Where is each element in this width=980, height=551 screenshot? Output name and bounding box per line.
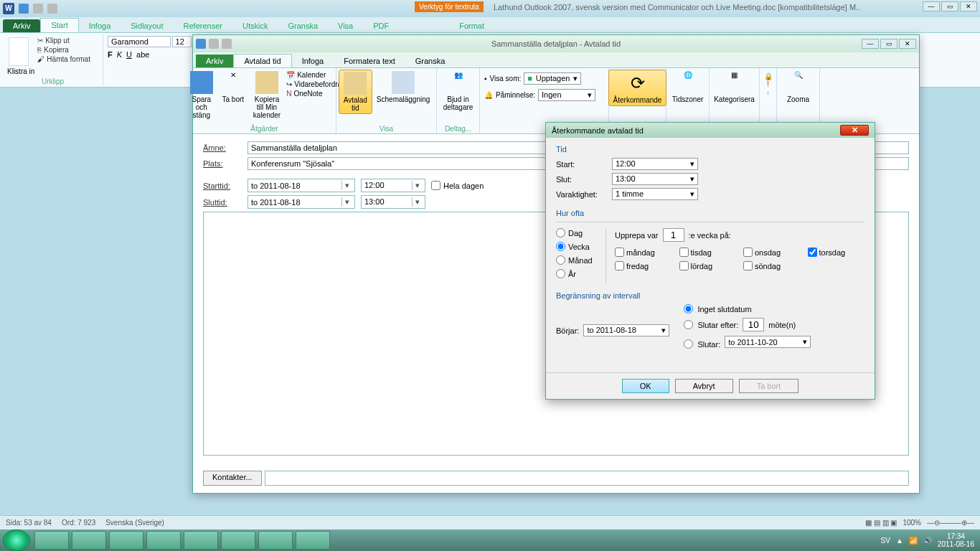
tab-referenser[interactable]: Referenser <box>174 19 232 32</box>
mediaplayer-taskbar-button[interactable] <box>72 531 106 550</box>
friday-checkbox[interactable] <box>615 261 624 270</box>
no-end-radio[interactable] <box>684 304 693 314</box>
italic-button[interactable]: K <box>117 50 122 59</box>
zoom-button[interactable]: 🔍Zooma <box>783 70 814 105</box>
recurrence-button[interactable]: ⟳Återkommande <box>608 70 667 106</box>
ol-undo-icon[interactable] <box>209 39 219 49</box>
delete-button[interactable]: ✕Ta bort <box>217 70 249 121</box>
onenote-taskbar-button[interactable] <box>221 531 255 550</box>
dialog-close-button[interactable]: ✕ <box>840 125 869 136</box>
ol-tab-avtalad[interactable]: Avtalad tid <box>233 54 291 67</box>
tab-sidlayout[interactable]: Sidlayout <box>121 19 173 32</box>
ol-minimize-button[interactable]: — <box>862 39 879 49</box>
chevron-down-icon[interactable]: ▾ <box>341 197 352 207</box>
save-close-button[interactable]: Spara och stäng <box>186 70 217 121</box>
underline-button[interactable]: U <box>126 50 132 59</box>
chevron-down-icon[interactable]: ▾ <box>341 181 352 190</box>
start-button[interactable] <box>3 529 30 551</box>
paste-icon[interactable] <box>9 37 29 66</box>
all-day-checkbox[interactable] <box>431 181 440 190</box>
tab-granska[interactable]: Granska <box>278 19 328 32</box>
wednesday-checkbox[interactable] <box>743 248 753 257</box>
ol-redo-icon[interactable] <box>222 39 232 49</box>
show-as-select[interactable]: ■ Upptagen▾ <box>524 72 581 85</box>
close-button[interactable]: ✕ <box>960 1 977 11</box>
tray-lang[interactable]: SV <box>881 537 890 545</box>
ol-restore-button[interactable]: ▭ <box>880 39 897 49</box>
tab-visa[interactable]: Visa <box>328 19 363 32</box>
format-painter-button[interactable]: 🖌Hämta format <box>37 55 90 64</box>
weekly-radio[interactable] <box>556 242 565 251</box>
zoom-slider[interactable]: —⊖———⊕— <box>927 519 974 527</box>
cut-button[interactable]: ✂Klipp ut <box>37 36 90 45</box>
font-family-select[interactable]: Garamond <box>108 36 171 47</box>
help-taskbar-button[interactable] <box>184 531 218 550</box>
timezones-button[interactable]: 🌐Tidszoner <box>668 70 708 105</box>
copy-button[interactable]: ⎘Kopiera <box>37 45 90 55</box>
thursday-checkbox[interactable] <box>808 248 817 257</box>
appointment-view-button[interactable]: Avtalad tid <box>339 70 372 114</box>
scheduling-button[interactable]: Schemaläggning <box>372 70 435 114</box>
saturday-checkbox[interactable] <box>679 261 689 270</box>
yearly-radio[interactable] <box>556 269 565 278</box>
tray-clock[interactable]: 17:342011-08-16 <box>938 532 974 548</box>
private-icon[interactable]: 🔒 <box>764 72 773 80</box>
rend-select[interactable]: 13:00▾ <box>612 173 698 185</box>
ol-close-button[interactable]: ✕ <box>899 39 916 49</box>
forward-button[interactable]: ↪Vidarebefordra <box>286 80 341 88</box>
categorize-button[interactable]: ▦Kategorisera <box>710 70 759 105</box>
repeat-interval-input[interactable] <box>663 228 684 242</box>
calendar-button[interactable]: 📅Kalender <box>286 71 341 79</box>
end-by-radio[interactable] <box>684 339 693 349</box>
view-buttons[interactable]: ▦ ▤ ▥ ▣ <box>865 519 897 527</box>
start-date-picker[interactable]: to 2011-08-18▾ <box>248 179 355 192</box>
tab-arkiv[interactable]: Arkiv <box>3 19 40 32</box>
ol-tab-granska[interactable]: Granska <box>405 55 456 67</box>
remove-recurrence-button[interactable]: Ta bort <box>739 379 799 393</box>
chrome-taskbar-button[interactable] <box>109 531 143 550</box>
undo-icon[interactable] <box>33 4 43 14</box>
end-time-picker[interactable]: 13:00▾ <box>361 195 425 209</box>
minimize-button[interactable]: — <box>923 1 940 11</box>
tray-network-icon[interactable]: 📶 <box>909 537 918 545</box>
ol-tab-infoga[interactable]: Infoga <box>292 55 334 67</box>
redo-icon[interactable] <box>47 4 57 14</box>
copy-calendar-button[interactable]: Kopiera till Min kalender <box>249 70 285 121</box>
outlook-taskbar-button[interactable] <box>146 531 181 550</box>
tray-flag-icon[interactable]: ▲ <box>896 537 903 545</box>
word-taskbar-button[interactable] <box>258 531 293 550</box>
restore-button[interactable]: ▭ <box>941 1 958 11</box>
paste-label[interactable]: Klistra in <box>7 67 34 75</box>
sunday-checkbox[interactable] <box>743 261 753 270</box>
invite-button[interactable]: 👥Bjud in deltagare <box>439 70 478 113</box>
tab-utskick[interactable]: Utskick <box>232 19 278 32</box>
strike-button[interactable]: abe <box>136 50 149 59</box>
ok-button[interactable]: OK <box>622 379 669 393</box>
tuesday-checkbox[interactable] <box>679 248 689 257</box>
end-after-radio[interactable] <box>684 320 693 329</box>
zoom-level[interactable]: 100% <box>903 519 921 527</box>
tab-infoga[interactable]: Infoga <box>79 19 121 32</box>
daily-radio[interactable] <box>556 228 565 237</box>
explorer-taskbar-button[interactable] <box>34 531 69 550</box>
monthly-radio[interactable] <box>556 255 565 265</box>
contacts-button[interactable]: Kontakter... <box>203 471 262 486</box>
chevron-down-icon[interactable]: ▾ <box>412 181 422 190</box>
tab-start[interactable]: Start <box>40 18 78 32</box>
font-size-select[interactable]: 12 <box>172 36 192 47</box>
ol-save-icon[interactable] <box>196 39 206 49</box>
duration-select[interactable]: 1 timme▾ <box>612 188 698 200</box>
bold-button[interactable]: F <box>108 50 113 59</box>
tab-pdf[interactable]: PDF <box>363 19 399 32</box>
ol-tab-arkiv[interactable]: Arkiv <box>196 55 233 67</box>
start-time-picker[interactable]: 12:00▾ <box>361 179 425 192</box>
save-icon[interactable] <box>19 4 29 14</box>
high-importance-icon[interactable]: ! <box>767 80 769 88</box>
contacts-input[interactable] <box>265 471 909 486</box>
tray-sound-icon[interactable]: 🔊 <box>923 537 932 545</box>
end-date-picker[interactable]: to 2011-08-18▾ <box>248 195 355 209</box>
onenote-button[interactable]: NOneNote <box>286 90 341 98</box>
language-status[interactable]: Svenska (Sverige) <box>105 519 164 527</box>
end-by-picker[interactable]: to 2011-10-20▾ <box>725 336 811 348</box>
tab-format[interactable]: Format <box>449 19 494 32</box>
